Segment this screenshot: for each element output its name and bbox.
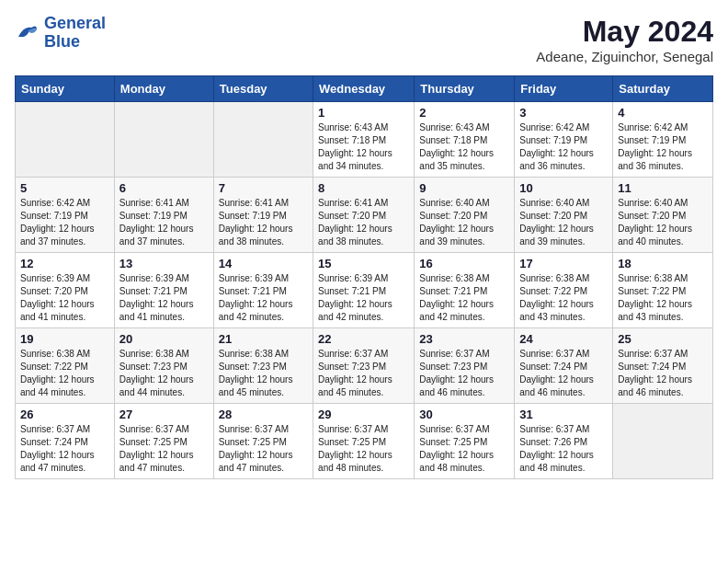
sunrise-label: Sunrise: 6:37 AM [318, 424, 388, 434]
daylight-label: Daylight: 12 hours and 37 minutes. [119, 224, 194, 247]
day-info: Sunrise: 6:39 AM Sunset: 7:21 PM Dayligh… [318, 272, 409, 324]
sunrise-label: Sunrise: 6:42 AM [519, 122, 589, 132]
daylight-label: Daylight: 12 hours and 43 minutes. [519, 299, 594, 322]
weekday-header-monday: Monday [114, 76, 213, 102]
sunset-label: Sunset: 7:23 PM [219, 362, 287, 372]
day-number: 17 [519, 257, 608, 270]
sunset-label: Sunset: 7:24 PM [519, 362, 587, 372]
day-number: 25 [618, 332, 708, 346]
sunset-label: Sunset: 7:20 PM [318, 211, 386, 221]
sunset-label: Sunset: 7:25 PM [119, 437, 188, 447]
sunrise-label: Sunrise: 6:38 AM [119, 349, 189, 359]
daylight-label: Daylight: 12 hours and 39 minutes. [419, 224, 494, 247]
calendar-cell [114, 102, 213, 178]
sunrise-label: Sunrise: 6:40 AM [519, 198, 589, 208]
daylight-label: Daylight: 12 hours and 44 minutes. [119, 374, 194, 397]
sunset-label: Sunset: 7:26 PM [519, 437, 587, 447]
calendar-cell: 15 Sunrise: 6:39 AM Sunset: 7:21 PM Dayl… [313, 253, 415, 328]
day-number: 2 [419, 106, 509, 120]
sunrise-label: Sunrise: 6:39 AM [318, 273, 388, 283]
day-number: 30 [419, 408, 509, 421]
day-number: 15 [318, 257, 409, 270]
day-info: Sunrise: 6:37 AM Sunset: 7:24 PM Dayligh… [519, 348, 608, 399]
daylight-label: Daylight: 12 hours and 38 minutes. [318, 224, 392, 247]
day-info: Sunrise: 6:40 AM Sunset: 7:20 PM Dayligh… [419, 197, 509, 248]
sunset-label: Sunset: 7:24 PM [618, 362, 686, 372]
calendar-cell: 20 Sunrise: 6:38 AM Sunset: 7:23 PM Dayl… [114, 328, 213, 404]
sunset-label: Sunset: 7:20 PM [618, 211, 686, 221]
calendar-cell: 23 Sunrise: 6:37 AM Sunset: 7:23 PM Dayl… [415, 328, 515, 404]
day-info: Sunrise: 6:37 AM Sunset: 7:25 PM Dayligh… [419, 423, 509, 475]
sunset-label: Sunset: 7:21 PM [318, 286, 386, 296]
calendar-cell: 14 Sunrise: 6:39 AM Sunset: 7:21 PM Dayl… [213, 253, 313, 328]
sunrise-label: Sunrise: 6:37 AM [20, 424, 90, 434]
calendar-week-3: 12 Sunrise: 6:39 AM Sunset: 7:20 PM Dayl… [16, 253, 713, 328]
day-info: Sunrise: 6:38 AM Sunset: 7:22 PM Dayligh… [20, 348, 109, 399]
weekday-header-saturday: Saturday [613, 76, 713, 102]
day-number: 6 [119, 181, 209, 195]
calendar-cell: 1 Sunrise: 6:43 AM Sunset: 7:18 PM Dayli… [313, 102, 415, 178]
month-title: May 2024 [536, 15, 713, 49]
calendar-cell: 29 Sunrise: 6:37 AM Sunset: 7:25 PM Dayl… [313, 404, 415, 479]
sunset-label: Sunset: 7:22 PM [519, 286, 587, 296]
sunset-label: Sunset: 7:20 PM [519, 211, 587, 221]
daylight-label: Daylight: 12 hours and 39 minutes. [519, 224, 594, 247]
daylight-label: Daylight: 12 hours and 41 minutes. [20, 299, 95, 322]
calendar-cell: 17 Sunrise: 6:38 AM Sunset: 7:22 PM Dayl… [515, 253, 613, 328]
daylight-label: Daylight: 12 hours and 44 minutes. [20, 374, 95, 397]
sunset-label: Sunset: 7:21 PM [219, 286, 287, 296]
calendar-body: 1 Sunrise: 6:43 AM Sunset: 7:18 PM Dayli… [16, 102, 713, 479]
sunset-label: Sunset: 7:22 PM [618, 286, 686, 296]
daylight-label: Daylight: 12 hours and 36 minutes. [618, 148, 692, 171]
sunset-label: Sunset: 7:21 PM [119, 286, 188, 296]
sunset-label: Sunset: 7:19 PM [20, 211, 88, 221]
weekday-header-sunday: Sunday [16, 76, 115, 102]
calendar-week-4: 19 Sunrise: 6:38 AM Sunset: 7:22 PM Dayl… [16, 328, 713, 404]
calendar-cell: 9 Sunrise: 6:40 AM Sunset: 7:20 PM Dayli… [415, 178, 515, 253]
sunrise-label: Sunrise: 6:38 AM [618, 273, 688, 283]
day-number: 18 [618, 257, 708, 270]
calendar-cell: 6 Sunrise: 6:41 AM Sunset: 7:19 PM Dayli… [114, 178, 213, 253]
day-info: Sunrise: 6:37 AM Sunset: 7:24 PM Dayligh… [20, 423, 109, 475]
day-info: Sunrise: 6:38 AM Sunset: 7:23 PM Dayligh… [119, 348, 209, 399]
calendar-cell [613, 404, 713, 479]
sunrise-label: Sunrise: 6:37 AM [618, 349, 688, 359]
daylight-label: Daylight: 12 hours and 35 minutes. [419, 148, 494, 171]
sunrise-label: Sunrise: 6:41 AM [318, 198, 388, 208]
daylight-label: Daylight: 12 hours and 42 minutes. [419, 299, 494, 322]
sunrise-label: Sunrise: 6:37 AM [519, 349, 589, 359]
day-number: 7 [219, 181, 308, 195]
day-number: 10 [519, 181, 608, 195]
weekday-header-row: SundayMondayTuesdayWednesdayThursdayFrid… [16, 76, 713, 102]
day-info: Sunrise: 6:37 AM Sunset: 7:25 PM Dayligh… [318, 423, 409, 475]
day-number: 12 [20, 257, 109, 270]
calendar-cell [16, 102, 115, 178]
calendar-week-1: 1 Sunrise: 6:43 AM Sunset: 7:18 PM Dayli… [16, 102, 713, 178]
sunrise-label: Sunrise: 6:38 AM [20, 349, 90, 359]
sunrise-label: Sunrise: 6:41 AM [119, 198, 189, 208]
day-number: 13 [119, 257, 209, 270]
daylight-label: Daylight: 12 hours and 48 minutes. [318, 450, 392, 473]
day-number: 5 [20, 181, 109, 195]
daylight-label: Daylight: 12 hours and 48 minutes. [419, 450, 494, 473]
day-info: Sunrise: 6:38 AM Sunset: 7:22 PM Dayligh… [519, 272, 608, 324]
day-number: 14 [219, 257, 308, 270]
daylight-label: Daylight: 12 hours and 36 minutes. [519, 148, 594, 171]
calendar-cell: 2 Sunrise: 6:43 AM Sunset: 7:18 PM Dayli… [415, 102, 515, 178]
sunrise-label: Sunrise: 6:37 AM [419, 349, 489, 359]
sunrise-label: Sunrise: 6:40 AM [618, 198, 688, 208]
logo-icon [15, 20, 40, 46]
calendar-cell: 21 Sunrise: 6:38 AM Sunset: 7:23 PM Dayl… [213, 328, 313, 404]
day-number: 23 [419, 332, 509, 346]
sunrise-label: Sunrise: 6:37 AM [219, 424, 289, 434]
sunrise-label: Sunrise: 6:37 AM [419, 424, 489, 434]
calendar-cell: 30 Sunrise: 6:37 AM Sunset: 7:25 PM Dayl… [415, 404, 515, 479]
calendar-cell: 18 Sunrise: 6:38 AM Sunset: 7:22 PM Dayl… [613, 253, 713, 328]
sunset-label: Sunset: 7:24 PM [20, 437, 88, 447]
sunrise-label: Sunrise: 6:37 AM [318, 349, 388, 359]
daylight-label: Daylight: 12 hours and 42 minutes. [318, 299, 392, 322]
daylight-label: Daylight: 12 hours and 45 minutes. [219, 374, 293, 397]
logo: General Blue [15, 15, 106, 52]
daylight-label: Daylight: 12 hours and 47 minutes. [20, 450, 95, 473]
sunrise-label: Sunrise: 6:38 AM [519, 273, 589, 283]
